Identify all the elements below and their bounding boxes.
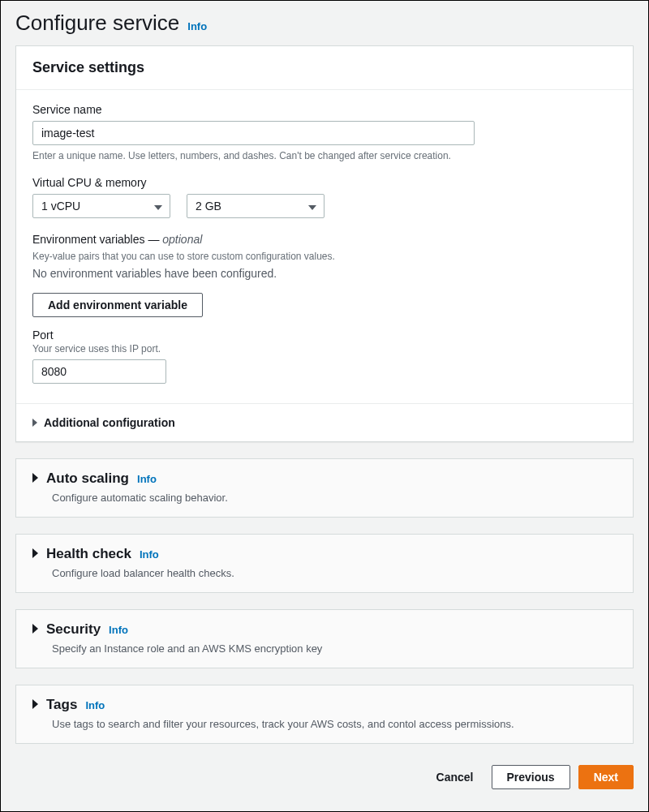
page-header: Configure service Info (15, 7, 634, 45)
svg-marker-2 (32, 419, 37, 427)
svg-marker-6 (32, 699, 38, 709)
health-check-title: Health check (46, 546, 131, 562)
add-env-variable-button[interactable]: Add environment variable (32, 293, 203, 317)
auto-scaling-desc: Configure automatic scaling behavior. (52, 492, 617, 504)
cancel-button[interactable]: Cancel (427, 765, 484, 789)
svg-marker-4 (32, 548, 38, 558)
footer-actions: Cancel Previous Next (15, 760, 634, 789)
vcpu-select[interactable] (32, 194, 170, 218)
tags-title: Tags (46, 697, 77, 713)
additional-configuration-toggle[interactable]: Additional configuration (16, 403, 633, 441)
auto-scaling-info-link[interactable]: Info (137, 473, 157, 485)
caret-right-icon (32, 547, 38, 561)
caret-right-icon (32, 415, 37, 430)
security-section[interactable]: Security Info Specify an Instance role a… (15, 609, 634, 668)
caret-right-icon (32, 698, 38, 712)
security-info-link[interactable]: Info (109, 624, 128, 636)
caret-right-icon (32, 622, 38, 637)
svg-marker-3 (32, 473, 38, 483)
service-settings-title: Service settings (32, 59, 617, 76)
auto-scaling-title: Auto scaling (46, 470, 129, 487)
vcpu-memory-label: Virtual CPU & memory (32, 176, 617, 189)
service-name-label: Service name (32, 103, 617, 116)
health-check-info-link[interactable]: Info (140, 548, 159, 561)
service-name-input[interactable] (32, 121, 475, 145)
memory-select-value[interactable] (187, 194, 324, 218)
port-field: Port Your service uses this IP port. (32, 329, 617, 384)
caret-right-icon (32, 471, 38, 486)
port-label: Port (32, 329, 617, 342)
env-help: Key-value pairs that you can use to stor… (32, 251, 617, 262)
tags-section[interactable]: Tags Info Use tags to search and filter … (15, 685, 634, 744)
port-help: Your service uses this IP port. (32, 343, 617, 354)
health-check-section[interactable]: Health check Info Configure load balance… (15, 534, 634, 593)
port-input[interactable] (32, 359, 166, 384)
page-info-link[interactable]: Info (187, 20, 207, 32)
previous-button[interactable]: Previous (492, 765, 570, 789)
tags-desc: Use tags to search and filter your resou… (52, 718, 617, 730)
security-desc: Specify an Instance role and an AWS KMS … (52, 642, 617, 655)
env-field: Environment variables — optional Key-val… (32, 233, 617, 317)
service-name-field: Service name Enter a unique name. Use le… (32, 103, 617, 161)
service-settings-header: Service settings (16, 46, 633, 90)
health-check-desc: Configure load balancer health checks. (52, 567, 617, 579)
vcpu-select-value[interactable] (32, 194, 170, 218)
auto-scaling-section[interactable]: Auto scaling Info Configure automatic sc… (15, 458, 634, 518)
service-name-help: Enter a unique name. Use letters, number… (32, 150, 617, 161)
tags-info-link[interactable]: Info (85, 699, 105, 711)
service-settings-panel: Service settings Service name Enter a un… (15, 45, 634, 442)
vcpu-memory-field: Virtual CPU & memory (32, 176, 617, 218)
env-label: Environment variables — optional (32, 233, 617, 246)
svg-marker-5 (32, 624, 38, 634)
memory-select[interactable] (187, 194, 324, 218)
env-empty-text: No environment variables have been confi… (32, 267, 617, 280)
page-title: Configure service (15, 11, 179, 36)
next-button[interactable]: Next (578, 765, 634, 789)
additional-configuration-title: Additional configuration (44, 416, 175, 429)
security-title: Security (46, 621, 101, 638)
